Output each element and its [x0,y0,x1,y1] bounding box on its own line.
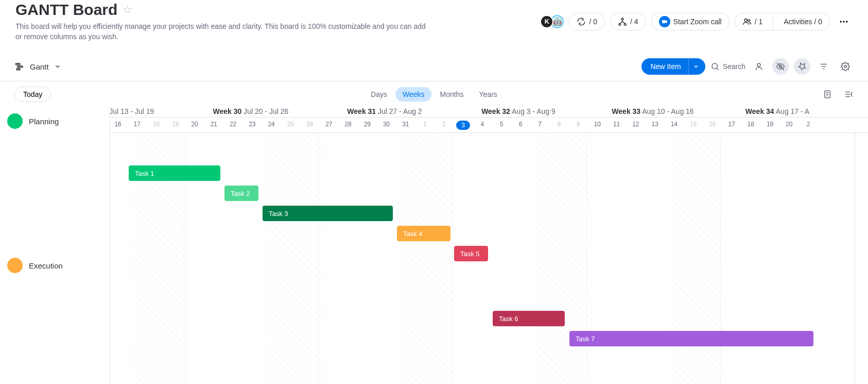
hierarchy-pill[interactable]: / 4 [610,13,646,30]
day-cell: 18 [741,121,760,128]
group-name: Execution [29,261,63,270]
eye-hide-button[interactable] [772,58,789,75]
day-cell: 30 [377,121,396,128]
day-cell: 20 [779,121,798,128]
day-cell: 10 [588,121,607,128]
svg-rect-10 [18,66,23,68]
task-bar[interactable]: Task 6 [493,311,565,326]
activities-count: Activities / 0 [784,18,822,26]
day-cell: 12 [626,121,645,128]
new-item-dropdown[interactable] [688,58,705,75]
group-header[interactable]: Execution [7,258,63,273]
today-button[interactable]: Today [14,87,51,102]
week-label: Week 30 Jul 20 - Jul 26 [213,107,289,115]
day-cell: 9 [569,121,588,128]
day-cell: 20 [185,121,204,128]
svg-point-2 [624,23,626,25]
group-sidebar: PlanningExecution [0,107,110,384]
task-bar[interactable]: Task 7 [569,331,813,346]
day-cell: 3 [454,121,473,130]
week-label: Week 31 Jul 27 - Aug 2 [347,107,422,115]
person-icon [754,62,763,71]
day-cell: 17 [722,121,741,128]
collapse-icon[interactable] [844,90,854,99]
new-item-label: New Item [641,62,688,71]
svg-point-5 [748,19,750,21]
day-cell: 2 [799,121,818,128]
day-cell: 28 [339,121,358,128]
gantt-grid[interactable]: Jul 12Week 29 Jul 13 - Jul 19Week 30 Jul… [0,107,868,384]
filter-button[interactable] [815,58,832,75]
people-icon [742,17,752,26]
svg-point-4 [744,19,747,21]
hierarchy-icon [618,17,627,26]
notes-icon[interactable] [823,90,832,99]
zoom-icon [659,16,670,27]
day-cell: 21 [204,121,223,128]
new-item-button[interactable]: New Item [641,58,705,75]
day-cell: 26 [300,121,319,128]
chevron-down-icon [693,63,699,70]
day-cell: 8 [549,121,568,128]
settings-button[interactable] [837,58,854,75]
group-color-dot [7,258,23,273]
task-bar[interactable]: Task 4 [397,226,450,241]
group-color-dot [7,113,23,129]
runs-pill[interactable]: / 0 [569,13,605,30]
pin-button[interactable] [794,58,810,75]
svg-point-18 [844,65,847,68]
svg-rect-3 [662,20,666,23]
day-cell: 7 [530,121,549,128]
members-count: / 1 [755,18,763,26]
svg-point-1 [619,23,621,25]
scale-years[interactable]: Years [472,87,505,102]
group-header[interactable]: Planning [7,113,59,129]
search-label: Search [723,62,745,71]
svg-point-8 [846,21,847,22]
search-button[interactable]: Search [710,62,745,71]
svg-point-12 [712,63,718,69]
svg-point-0 [621,18,623,20]
day-cell: 15 [684,121,703,128]
pill-divider [773,15,773,28]
svg-point-6 [840,21,842,22]
zoom-call-label: Start Zoom call [673,18,722,26]
svg-point-7 [843,21,844,22]
svg-rect-11 [16,69,20,70]
pin-icon [797,62,807,71]
day-cell: 11 [607,121,626,128]
day-cell: 23 [242,121,262,128]
week-label: Week 32 Aug 3 - Aug 9 [481,107,555,115]
zoom-call-button[interactable]: Start Zoom call [651,13,730,30]
week-label: Week 34 Aug 17 - A [745,107,809,115]
task-bar[interactable]: Task 3 [263,206,393,221]
avatar-group[interactable]: K 🤖 [540,15,564,28]
view-selector[interactable]: Gantt [14,61,61,72]
search-icon [710,62,720,71]
day-cell: 29 [358,121,377,128]
svg-rect-9 [16,63,20,65]
day-cell: 17 [128,121,147,128]
task-bar[interactable]: Task 2 [224,186,258,201]
grid-line [855,133,855,384]
avatar-k[interactable]: K [540,15,553,28]
day-cell: 14 [665,121,684,128]
members-activities-pill[interactable]: / 1 Activities / 0 [735,13,830,30]
person-filter-button[interactable] [751,58,767,75]
day-cell: 13 [646,121,665,128]
task-bar[interactable]: Task 5 [454,246,488,261]
chart-area[interactable]: Task 1Task 2Task 3Task 4Task 5Task 6Task… [0,133,868,384]
task-bar[interactable]: Task 1 [129,165,220,181]
star-icon[interactable]: ☆ [123,3,133,16]
scale-months[interactable]: Months [433,87,471,102]
day-cell: 19 [166,121,185,128]
scale-days[interactable]: Days [363,87,394,102]
day-cell: 18 [147,121,166,128]
more-options-button[interactable] [835,13,853,30]
day-cell: 16 [109,121,128,128]
day-cell: 4 [473,121,492,128]
eye-off-icon [776,62,785,71]
scale-weeks[interactable]: Weeks [395,87,432,102]
day-cell: 1 [415,121,435,128]
page-title: GANTT Board [15,1,117,19]
